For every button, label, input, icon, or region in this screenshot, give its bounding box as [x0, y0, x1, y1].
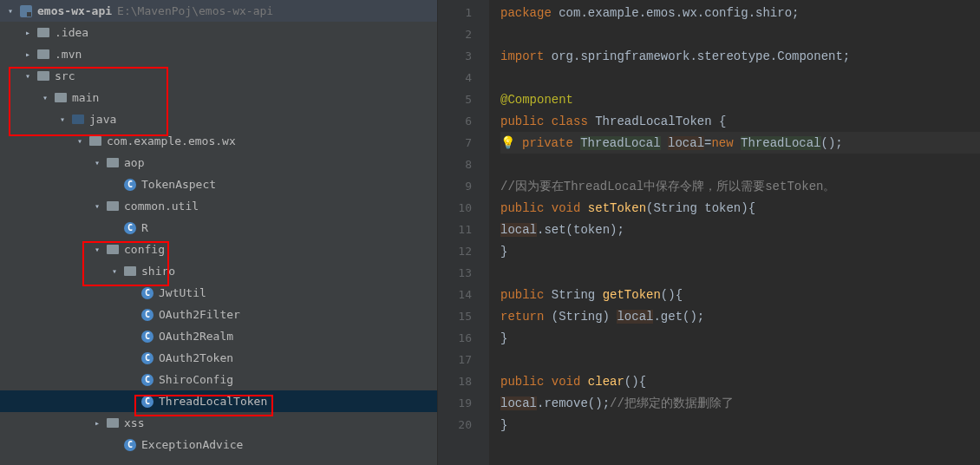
code-line-15[interactable]: return (String) local.get(); — [500, 305, 980, 327]
tree-commonutil[interactable]: ▾ common.util — [0, 195, 437, 217]
class-icon: C — [140, 330, 154, 344]
class-icon: C — [123, 438, 137, 452]
chevron-down-icon[interactable]: ▾ — [2, 6, 19, 16]
package-icon — [106, 243, 120, 257]
code-line-3[interactable]: import org.springframework.stereotype.Co… — [500, 45, 980, 67]
class-icon: C — [140, 373, 154, 387]
tree-main[interactable]: ▾ main — [0, 87, 437, 108]
package-icon — [123, 265, 137, 278]
code-line-6[interactable]: public class ThreadLocalToken { — [500, 110, 980, 132]
tree-exceptionadvice[interactable]: C ExceptionAdvice — [0, 434, 437, 455]
tree-java[interactable]: ▾ java — [0, 108, 437, 130]
chevron-down-icon[interactable]: ▾ — [88, 158, 106, 167]
tree-tokenaspect[interactable]: C TokenAspect — [0, 174, 437, 195]
chevron-down-icon[interactable]: ▾ — [106, 266, 123, 276]
tree-package[interactable]: ▾ com.example.emos.wx — [0, 130, 437, 152]
line-number: 5 — [438, 88, 489, 110]
project-name: emos-wx-api — [37, 4, 112, 17]
class-icon: C — [140, 286, 154, 300]
code-content[interactable]: package com.example.emos.wx.config.shiro… — [490, 0, 980, 465]
code-line-13[interactable] — [500, 262, 980, 284]
tree-shiroconfig[interactable]: C ShiroConfig — [0, 369, 437, 390]
editor-gutter: 1 2 3 4 5 6 7 8 9 10 11 12 13 14 15 16 1… — [438, 0, 490, 465]
chevron-right-icon[interactable]: ▸ — [19, 49, 36, 59]
package-icon — [106, 416, 120, 430]
class-icon: C — [140, 395, 154, 409]
line-number: 15 — [438, 305, 489, 327]
code-line-16[interactable]: } — [500, 327, 980, 349]
tree-config[interactable]: ▾ config — [0, 239, 437, 260]
line-number: 19 — [438, 392, 489, 414]
module-icon — [19, 4, 33, 18]
tree-oauth2realm[interactable]: C OAuth2Realm — [0, 325, 437, 347]
line-number: 17 — [438, 349, 489, 370]
line-number: 14 — [438, 284, 489, 305]
tree-mvn[interactable]: ▸ .mvn — [0, 43, 437, 65]
line-number: 13 — [438, 262, 489, 284]
code-line-8[interactable] — [500, 154, 980, 175]
code-line-2[interactable] — [500, 23, 980, 45]
line-number: 8 — [438, 154, 489, 175]
line-number: 3 — [438, 45, 489, 67]
tree-oauth2token[interactable]: C OAuth2Token — [0, 347, 437, 369]
folder-icon — [54, 91, 68, 105]
folder-icon — [36, 48, 50, 62]
code-line-5[interactable]: @Component — [500, 88, 980, 110]
line-number: 1 — [438, 2, 489, 23]
code-line-12[interactable]: } — [500, 240, 980, 262]
package-icon — [88, 134, 102, 148]
chevron-right-icon[interactable]: ▸ — [19, 28, 36, 37]
line-number: 16 — [438, 327, 489, 349]
tree-oauth2filter[interactable]: C OAuth2Filter — [0, 304, 437, 325]
code-line-17[interactable] — [500, 349, 980, 370]
class-icon: C — [140, 351, 154, 365]
chevron-down-icon[interactable]: ▾ — [36, 93, 54, 102]
chevron-down-icon[interactable]: ▾ — [19, 71, 36, 81]
class-icon: C — [123, 221, 137, 235]
code-line-4[interactable] — [500, 67, 980, 88]
class-icon: C — [123, 178, 137, 192]
tree-aop[interactable]: ▾ aop — [0, 152, 437, 174]
tree-xss[interactable]: ▸ xss — [0, 412, 437, 434]
code-line-19[interactable]: local.remove();//把绑定的数据删除了 — [500, 392, 980, 414]
bulb-icon[interactable]: 💡 — [500, 135, 515, 150]
project-path: E:\MavenPoj\emos-wx-api — [117, 4, 273, 17]
code-line-7[interactable]: 💡private ThreadLocal local=new ThreadLoc… — [500, 132, 980, 154]
package-icon — [106, 156, 120, 170]
line-number: 20 — [438, 414, 489, 436]
code-line-9[interactable]: //因为要在ThreadLocal中保存令牌，所以需要setToken。 — [500, 175, 980, 197]
code-line-14[interactable]: public String getToken(){ — [500, 284, 980, 305]
chevron-down-icon[interactable]: ▾ — [88, 201, 106, 211]
folder-icon — [36, 69, 50, 83]
code-line-10[interactable]: public void setToken(String token){ — [500, 197, 980, 219]
tree-shiro[interactable]: ▾ shiro — [0, 260, 437, 282]
chevron-down-icon[interactable]: ▾ — [88, 245, 106, 254]
chevron-down-icon[interactable]: ▾ — [71, 136, 88, 146]
line-number: 9 — [438, 175, 489, 197]
line-number: 4 — [438, 67, 489, 88]
package-icon — [106, 200, 120, 213]
tree-r[interactable]: C R — [0, 217, 437, 239]
folder-icon — [71, 113, 85, 127]
chevron-right-icon[interactable]: ▸ — [88, 418, 106, 428]
folder-icon — [36, 26, 50, 40]
line-number: 6 — [438, 110, 489, 132]
code-line-18[interactable]: public void clear(){ — [500, 370, 980, 392]
chevron-down-icon[interactable]: ▾ — [54, 115, 71, 124]
line-number: 10 — [438, 197, 489, 219]
code-line-1[interactable]: package com.example.emos.wx.config.shiro… — [500, 2, 980, 23]
line-number: 7 — [438, 132, 489, 154]
tree-idea[interactable]: ▸ .idea — [0, 22, 437, 43]
line-number: 12 — [438, 240, 489, 262]
tree-threadlocaltoken[interactable]: C ThreadLocalToken — [0, 390, 437, 412]
tree-root[interactable]: ▾ emos-wx-api E:\MavenPoj\emos-wx-api — [0, 0, 437, 22]
class-icon: C — [140, 308, 154, 322]
code-line-20[interactable]: } — [500, 414, 980, 436]
line-number: 2 — [438, 23, 489, 45]
tree-jwtutil[interactable]: C JwtUtil — [0, 282, 437, 304]
line-number: 11 — [438, 219, 489, 240]
project-tree[interactable]: ▾ emos-wx-api E:\MavenPoj\emos-wx-api ▸ … — [0, 0, 438, 465]
code-line-11[interactable]: local.set(token); — [500, 219, 980, 240]
tree-src[interactable]: ▾ src — [0, 65, 437, 87]
code-editor[interactable]: 1 2 3 4 5 6 7 8 9 10 11 12 13 14 15 16 1… — [438, 0, 980, 465]
